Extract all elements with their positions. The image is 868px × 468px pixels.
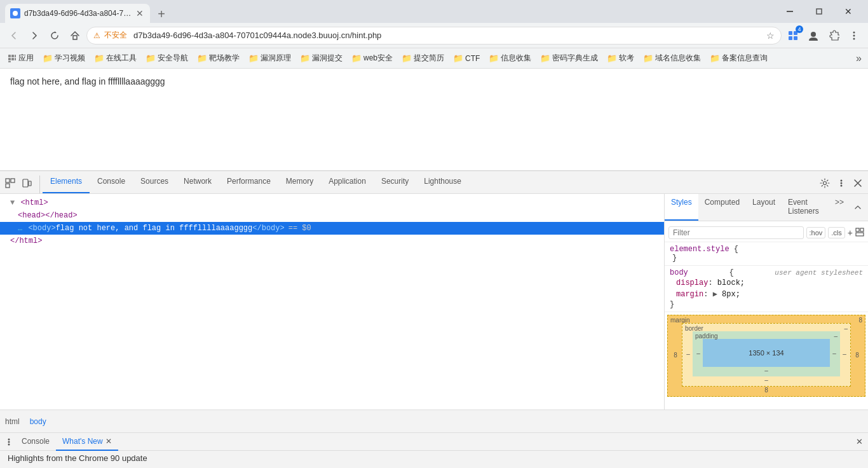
more-tabs-button[interactable]: >> [829,194,850,221]
svg-rect-2 [817,9,822,14]
back-button[interactable] [5,27,23,45]
styles-scroll-up[interactable] [850,200,865,215]
bookmark-7-label: web安全 [363,53,393,64]
breadcrumb-body[interactable]: body [30,417,46,426]
inspect-element-button[interactable] [3,176,18,191]
drawer-tab-console[interactable]: Console [15,433,56,451]
bookmark-6-label: 漏洞提交 [312,53,342,64]
bookmark-14[interactable]: 📁 备案信息查询 [706,52,771,65]
drawer-tabs: Console What's New ✕ ✕ [0,433,868,451]
margin-prop: margin: ▶ 8px; [676,289,863,300]
bookmark-12[interactable]: 📁 软考 [603,52,638,65]
device-toolbar-button[interactable] [19,176,34,191]
bookmark-10-label: 信息收集 [501,53,531,64]
tab-elements[interactable]: Elements [43,170,90,193]
breadcrumb-html[interactable]: html [5,417,20,426]
bookmark-11[interactable]: 📁 密码字典生成 [536,52,602,65]
border-value: – [844,325,848,332]
devtools-toolbar: Elements Console Sources Network Perform… [0,171,868,194]
bookmark-2[interactable]: 📁 在线工具 [90,52,140,65]
styles-tabs-bar: Styles Computed Layout Event Listeners >… [665,194,868,221]
svg-point-12 [853,38,855,39]
styles-filter-input[interactable] [668,226,804,239]
computed-tab[interactable]: Computed [698,194,746,221]
tab-elements-label: Elements [50,177,82,186]
folder-icon: 📁 [489,53,499,63]
svg-point-28 [841,185,843,187]
tab-application[interactable]: Application [321,170,374,193]
minimize-button[interactable] [775,2,804,21]
devtools-settings-button[interactable] [817,176,832,191]
svg-point-32 [8,438,10,440]
devtools-close-button[interactable] [850,176,865,191]
forward-button[interactable] [25,27,43,45]
drawer-close-button[interactable]: ✕ [853,436,865,448]
elements-tree[interactable]: ▼ <html> <head></head> … <body>flag not … [0,194,665,410]
url-warning-text: 不安全 [104,30,127,41]
bookmark-10[interactable]: 📁 信息收集 [485,52,535,65]
bookmark-3[interactable]: 📁 安全导航 [142,52,192,65]
tab-memory[interactable]: Memory [278,170,321,193]
tab-sources[interactable]: Sources [133,170,176,193]
svg-rect-19 [8,61,11,62]
bookmark-7[interactable]: 📁 web安全 [348,52,397,65]
tab-security-label: Security [381,177,409,186]
pseudo-filter-button[interactable]: :hov [806,227,826,238]
drawer-tab-whats-new[interactable]: What's New ✕ [56,433,118,451]
tab-console[interactable]: Console [90,170,133,193]
bookmark-5[interactable]: 📁 漏洞原理 [245,52,295,65]
tab-lighthouse[interactable]: Lighthouse [416,170,469,193]
cls-filter-button[interactable]: .cls [828,227,845,238]
extension-puzzle-icon[interactable] [825,27,843,45]
bookmark-4[interactable]: 📁 靶场教学 [193,52,243,65]
drawer-menu-button[interactable] [3,436,15,448]
styles-tab[interactable]: Styles [665,194,698,221]
bookmark-8[interactable]: 📁 提交简历 [398,52,448,65]
tab-performance[interactable]: Performance [219,170,278,193]
extensions-button[interactable]: 4 [784,27,802,45]
reload-button[interactable] [46,27,64,45]
bookmark-3-label: 安全导航 [158,53,188,64]
svg-rect-24 [29,181,31,186]
profile-button[interactable] [804,27,822,45]
security-warning-icon: ⚠ [93,31,100,40]
more-bookmarks-button[interactable]: » [853,52,864,65]
browser-tab[interactable]: d7b3da49-6d96-4d3a-a804-7… ✕ [5,4,150,23]
svg-rect-16 [8,58,11,60]
box-model-container: margin 8 8 border – – [665,312,868,399]
page-text: flag not here, and flag in ffffllllaaaag… [10,76,165,86]
bookmark-2-label: 在线工具 [106,53,137,64]
menu-button[interactable] [845,27,863,45]
bookmark-apps[interactable]: 应用 [4,52,37,65]
address-bar[interactable]: ⚠ 不安全 d7b3da49-6d96-4d3a-a804-70701c0944… [86,27,782,45]
bookmark-apps-label: 应用 [18,53,34,64]
tab-close-button[interactable]: ✕ [135,8,145,18]
add-style-rule-button[interactable]: + [848,228,853,238]
layout-icon[interactable] [855,228,864,238]
bookmark-6[interactable]: 📁 漏洞提交 [296,52,346,65]
tab-network[interactable]: Network [176,170,219,193]
head-element-line[interactable]: <head></head> [0,209,664,222]
tab-security[interactable]: Security [374,170,416,193]
home-button[interactable] [66,27,84,45]
html-close-line[interactable]: </html> [0,235,664,247]
close-button[interactable]: ✕ [834,2,863,21]
drawer-close-tab-button[interactable]: ✕ [105,437,112,446]
folder-icon: 📁 [607,53,617,63]
body-element-line[interactable]: … <body>flag not here, and flag in ffffl… [0,222,664,235]
folder-icon: 📁 [351,53,362,63]
bookmark-9[interactable]: 📁 CTF [449,52,484,64]
bookmark-star-icon[interactable]: ☆ [766,31,775,41]
padding-left-value: – [694,350,703,357]
bookmark-12-label: 软考 [619,53,634,64]
maximize-button[interactable] [804,2,834,21]
html-element-line[interactable]: ▼ <html> [0,196,664,209]
devtools-more-button[interactable] [834,176,849,191]
element-style-header: element.style { [670,245,863,254]
new-tab-button[interactable]: + [153,5,170,23]
layout-tab[interactable]: Layout [746,194,782,221]
bookmark-13[interactable]: 📁 域名信息收集 [639,52,705,65]
event-listeners-tab[interactable]: Event Listeners [782,194,829,221]
bookmark-1[interactable]: 📁 学习视频 [39,52,89,65]
bookmark-8-label: 提交简历 [414,53,444,64]
